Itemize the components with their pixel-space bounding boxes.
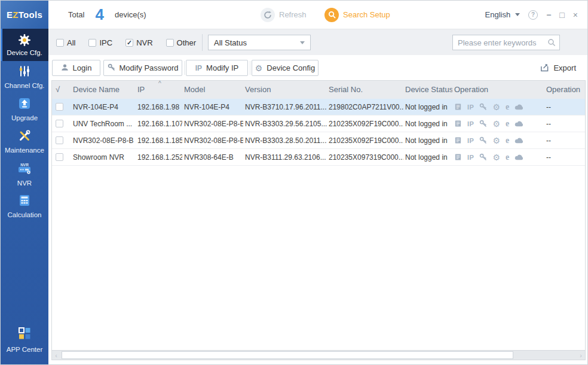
modify-password-label: Modify Password (120, 63, 179, 72)
row-checkbox[interactable] (56, 103, 63, 111)
login-button[interactable]: Login (52, 60, 100, 76)
app-grid-icon (17, 326, 32, 343)
modify-ip-button[interactable]: IP Modify IP (186, 60, 248, 76)
browser-icon[interactable]: e (506, 115, 509, 132)
table-row[interactable]: NVR-104E-P4 192.168.1.98 NVR-104E-P4 NVR… (52, 99, 585, 115)
operation2-cell: -- (539, 149, 585, 165)
device-details-icon[interactable] (454, 153, 462, 161)
window-controls: English ? − □ × (485, 1, 578, 29)
sidebar-item-upgrade[interactable]: Upgrade (1, 93, 48, 126)
checkbox-label: All (67, 38, 75, 47)
device-details-icon[interactable] (454, 120, 462, 127)
modify-ip-icon[interactable]: IP (467, 149, 474, 165)
column-header-operation-2: Operation (539, 81, 585, 99)
gear-icon (18, 34, 31, 47)
search-input[interactable] (452, 35, 560, 50)
modify-ip-label: Modify IP (206, 63, 238, 72)
filter-checkbox-nvr[interactable]: NVR (125, 38, 152, 47)
refresh-label: Refresh (279, 10, 307, 19)
table-row[interactable]: Showroom NVR 192.168.1.252 NVR308-64E-B … (52, 149, 585, 166)
browser-icon[interactable]: e (506, 149, 509, 165)
cloud-icon[interactable] (514, 137, 523, 144)
refresh-button[interactable]: Refresh (261, 1, 307, 29)
checkbox-icon (125, 39, 133, 47)
scroll-right-icon[interactable]: › (577, 351, 585, 360)
column-header-version[interactable]: Version (243, 81, 327, 99)
column-header-device-name[interactable]: Device Name (71, 81, 136, 99)
action-toolbar: Login Modify Password IP Modify IP ⚙ D (48, 55, 587, 80)
column-header-device-status[interactable]: Device Status (403, 81, 452, 99)
modify-ip-icon[interactable]: IP (467, 132, 474, 148)
cloud-icon[interactable] (514, 120, 523, 127)
sidebar-item-label: Upgrade (11, 114, 38, 121)
device-config-icon[interactable]: ⚙ (492, 103, 500, 111)
filter-checkbox-other[interactable]: Other (166, 38, 197, 47)
search-icon (547, 38, 556, 49)
scrollbar-thumb[interactable] (62, 351, 513, 359)
modify-password-icon[interactable] (479, 120, 487, 127)
scroll-left-icon[interactable]: ‹ (52, 351, 60, 360)
operation-cell: IP ⚙ e (452, 132, 539, 148)
browser-icon[interactable]: e (506, 99, 509, 115)
cloud-icon[interactable] (514, 154, 523, 160)
select-all-header[interactable]: √ (52, 81, 71, 99)
logo-text-rest: Tools (19, 10, 42, 20)
cloud-icon[interactable] (514, 104, 523, 110)
status-dropdown[interactable]: All Status (208, 35, 311, 50)
column-header-ip[interactable]: IP^ (136, 81, 182, 99)
search-setup-button[interactable]: Search Setup (324, 1, 390, 29)
version-cell: NVR-B3111.29.63.2106... (243, 149, 327, 165)
device-config-icon[interactable]: ⚙ (492, 120, 500, 128)
table-row[interactable]: UNV TechRoom ... 192.168.1.107 NVR302-08… (52, 115, 585, 132)
device-details-icon[interactable] (454, 103, 462, 111)
device-details-icon[interactable] (454, 136, 462, 144)
row-checkbox[interactable] (56, 120, 63, 127)
device-config-button[interactable]: ⚙ Device Config (252, 60, 318, 76)
language-dropdown[interactable]: English (485, 10, 520, 19)
serial-cell: 210235X092F19C000... (327, 132, 403, 148)
status-cell: Not logged in (403, 99, 452, 115)
column-header-model[interactable]: Model (182, 81, 243, 99)
filter-checkbox-ipc[interactable]: IPC (88, 38, 112, 47)
close-button[interactable]: × (573, 11, 578, 19)
nvr-icon: NVR (17, 162, 32, 177)
device-config-icon[interactable]: ⚙ (492, 136, 500, 145)
table-row[interactable]: NVR302-08E-P8-B 192.168.1.185 NVR302-08E… (52, 132, 585, 149)
sidebar-item-channel-cfg[interactable]: Channel Cfg. (1, 61, 48, 93)
row-checkbox[interactable] (56, 136, 63, 144)
sidebar-item-device-cfg[interactable]: Device Cfg. (1, 29, 48, 61)
type-filters: All IPC NVR Other (56, 29, 196, 56)
export-button[interactable]: Export (540, 60, 576, 76)
sidebar-item-label: Calculation (8, 211, 42, 218)
tools-icon (19, 130, 30, 144)
version-cell: NVR-B3710.17.96.2011... (243, 99, 327, 115)
sidebar-item-label: APP Center (7, 346, 43, 353)
sidebar-item-maintenance[interactable]: Maintenance (1, 126, 48, 158)
refresh-icon (261, 8, 275, 22)
filter-checkbox-all[interactable]: All (56, 38, 75, 47)
sidebar-item-calculation[interactable]: Calculation (1, 190, 48, 223)
sidebar-item-nvr[interactable]: NVR NVR (1, 158, 48, 190)
device-name-cell: UNV TechRoom ... (71, 115, 136, 132)
help-button[interactable]: ? (528, 10, 538, 20)
device-total: Total 4 device(s) (68, 1, 146, 29)
row-checkbox[interactable] (56, 153, 63, 161)
column-header-serial[interactable]: Serial No. (327, 81, 403, 99)
horizontal-scrollbar[interactable]: ‹ › (52, 350, 585, 360)
browser-icon[interactable]: e (506, 132, 509, 148)
divider (250, 61, 250, 75)
modify-password-icon[interactable] (479, 153, 487, 161)
status-cell: Not logged in (403, 132, 452, 148)
sidebar-item-app-center[interactable]: APP Center (1, 326, 48, 360)
modify-ip-icon[interactable]: IP (467, 99, 474, 115)
modify-password-icon[interactable] (479, 103, 487, 111)
minimize-button[interactable]: − (546, 11, 551, 19)
modify-password-button[interactable]: Modify Password (103, 60, 182, 76)
eztools-window: EZTools Device Cfg. (0, 0, 588, 365)
checkbox-icon (56, 39, 64, 47)
maximize-button[interactable]: □ (559, 11, 564, 19)
modify-ip-icon[interactable]: IP (467, 115, 474, 132)
ip-icon: IP (195, 64, 202, 72)
device-config-icon[interactable]: ⚙ (492, 153, 500, 162)
modify-password-icon[interactable] (479, 136, 487, 144)
